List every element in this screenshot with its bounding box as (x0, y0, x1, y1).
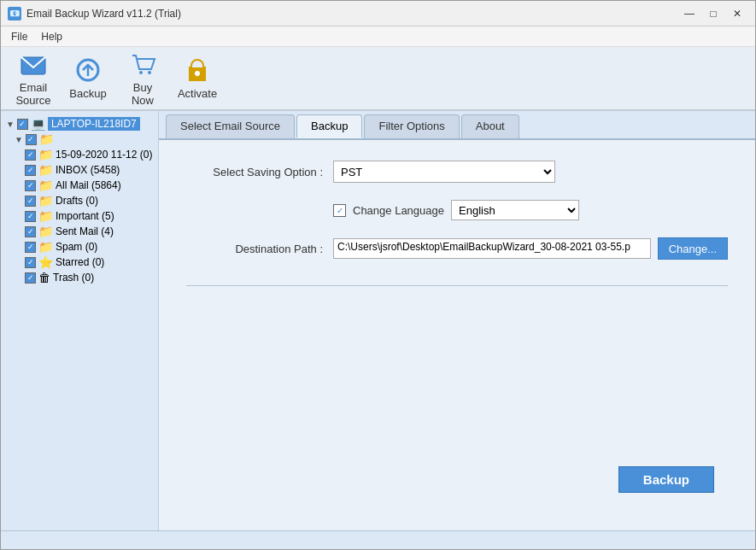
title-bar-left: 📧 Email Backup Wizard v11.2 (Trial) (8, 7, 181, 20)
backup-button[interactable]: Backup (618, 466, 714, 493)
sub-expand-icon: ▼ (15, 135, 23, 144)
language-select[interactable]: English French German Spanish (451, 200, 579, 220)
item-checkbox-2[interactable]: ✓ (25, 180, 36, 191)
minimize-button[interactable]: — (678, 5, 700, 22)
main-content: ▼ ✓ 💻 LAPTOP-IL218ID7 ▼ ✓ 📁 ✓ 📁 15-09-20… (1, 111, 755, 530)
item-checkbox-4[interactable]: ✓ (25, 211, 36, 222)
saving-option-control: PST MSG EML MBOX PDF HTML (333, 161, 728, 183)
item-label-0: 15-09-2020 11-12 (0) (56, 149, 152, 161)
saving-option-label: Select Saving Option : (186, 166, 323, 178)
list-item[interactable]: ✓ 📁 Spam (0) (4, 239, 155, 255)
saving-option-select[interactable]: PST MSG EML MBOX PDF HTML (333, 161, 555, 183)
sub-folder-icon: 📁 (39, 132, 54, 146)
item-label-6: Spam (0) (56, 241, 97, 253)
toolbar-buy-now-label: Buy Now (120, 81, 165, 107)
sidebar: ▼ ✓ 💻 LAPTOP-IL218ID7 ▼ ✓ 📁 ✓ 📁 15-09-20… (1, 111, 159, 530)
language-label: Change Language (353, 204, 444, 217)
item-checkbox-5[interactable]: ✓ (25, 226, 36, 237)
svg-point-3 (139, 71, 143, 74)
toolbar-backup-label: Backup (69, 87, 106, 100)
item-checkbox-1[interactable]: ✓ (25, 165, 36, 176)
list-item[interactable]: ✓ 📁 15-09-2020 11-12 (0) (4, 147, 155, 162)
tree-sub-root[interactable]: ▼ ✓ 📁 (4, 132, 155, 147)
list-item[interactable]: ✓ 📁 Drafts (0) (4, 193, 155, 208)
separator (186, 285, 728, 286)
title-bar: 📧 Email Backup Wizard v11.2 (Trial) — □ … (1, 1, 755, 26)
list-item[interactable]: ✓ ⭐ Starred (0) (4, 255, 155, 270)
backup-panel: Select Saving Option : PST MSG EML MBOX … (159, 140, 755, 530)
activate-icon (184, 56, 211, 84)
root-checkbox[interactable]: ✓ (17, 119, 28, 130)
tab-backup[interactable]: Backup (296, 114, 362, 138)
item-checkbox-6[interactable]: ✓ (25, 242, 36, 253)
title-controls: — □ ✕ (678, 5, 748, 22)
toolbar-email-source-label: Email Source (11, 81, 56, 107)
tab-about[interactable]: About (461, 114, 519, 138)
backup-icon (74, 56, 102, 84)
svg-point-4 (148, 71, 151, 74)
folder-icon-7: ⭐ (38, 255, 53, 269)
folder-icon-2: 📁 (38, 178, 53, 192)
saving-option-row: Select Saving Option : PST MSG EML MBOX … (186, 161, 728, 183)
tree-root[interactable]: ▼ ✓ 💻 LAPTOP-IL218ID7 (4, 116, 155, 132)
destination-path-row: Destination Path : C:\Users\jsrof\Deskto… (186, 237, 728, 260)
svg-point-6 (195, 71, 200, 76)
destination-path-label: Destination Path : (186, 243, 323, 255)
window-title: Email Backup Wizard v11.2 (Trial) (26, 8, 181, 20)
destination-path-control: C:\Users\jsrof\Desktop\EmailBackupWizard… (333, 237, 728, 260)
item-label-3: Drafts (0) (56, 195, 98, 207)
folder-icon-4: 📁 (38, 209, 53, 223)
list-item[interactable]: ✓ 📁 INBOX (5458) (4, 162, 155, 178)
menu-file[interactable]: File (4, 29, 34, 44)
language-control: ✓ Change Language English French German … (333, 200, 728, 220)
toolbar-buy-now[interactable]: Buy Now (117, 50, 168, 106)
tab-filter-options[interactable]: Filter Options (364, 114, 459, 138)
folder-icon-1: 📁 (38, 163, 53, 177)
toolbar-activate-label: Activate (178, 87, 217, 100)
item-label-1: INBOX (5458) (56, 164, 120, 176)
buy-now-icon (129, 50, 156, 78)
item-checkbox-0[interactable]: ✓ (25, 149, 36, 161)
list-item[interactable]: ✓ 🗑 Trash (0) (4, 270, 155, 285)
folder-icon-8: 🗑 (38, 271, 50, 284)
maximize-button[interactable]: □ (702, 5, 724, 22)
content-area: Select Email Source Backup Filter Option… (159, 111, 755, 530)
toolbar-email-source[interactable]: Email Source (8, 50, 59, 106)
item-label-7: Starred (0) (56, 256, 104, 268)
item-checkbox-8[interactable]: ✓ (25, 272, 36, 284)
toolbar-activate[interactable]: Activate (172, 50, 223, 106)
item-label-5: Sent Mail (4) (56, 225, 114, 237)
sub-checkbox[interactable]: ✓ (26, 134, 37, 145)
list-item[interactable]: ✓ 📁 Sent Mail (4) (4, 224, 155, 239)
close-button[interactable]: ✕ (726, 5, 748, 22)
change-path-button[interactable]: Change... (658, 237, 728, 260)
root-label: LAPTOP-IL218ID7 (48, 117, 140, 131)
item-label-8: Trash (0) (53, 272, 94, 284)
toolbar-backup[interactable]: Backup (62, 50, 114, 106)
folder-icon-0: 📁 (38, 148, 53, 161)
tab-select-email-source[interactable]: Select Email Source (166, 114, 295, 138)
item-label-4: Important (5) (56, 210, 114, 222)
status-bar (1, 530, 755, 549)
menu-bar: File Help (1, 26, 755, 47)
email-source-icon (20, 50, 47, 78)
root-folder-icon: 💻 (31, 117, 45, 131)
main-window: 📧 Email Backup Wizard v11.2 (Trial) — □ … (0, 0, 756, 550)
menu-help[interactable]: Help (34, 29, 69, 44)
destination-path-value: C:\Users\jsrof\Desktop\EmailBackupWizard… (333, 238, 651, 259)
tabs: Select Email Source Backup Filter Option… (159, 111, 755, 140)
item-label-2: All Mail (5864) (56, 179, 121, 191)
toolbar: Email Source Backup Buy Now (1, 47, 755, 111)
app-icon: 📧 (8, 7, 21, 20)
item-checkbox-7[interactable]: ✓ (25, 257, 36, 268)
folder-icon-6: 📁 (38, 240, 53, 254)
language-checkbox[interactable]: ✓ (333, 204, 346, 217)
backup-button-area: Backup (186, 466, 728, 510)
item-checkbox-3[interactable]: ✓ (25, 196, 36, 207)
folder-icon-5: 📁 (38, 225, 53, 238)
folder-icon-3: 📁 (38, 194, 53, 208)
list-item[interactable]: ✓ 📁 Important (5) (4, 208, 155, 224)
root-expand-icon: ▼ (6, 120, 15, 129)
language-row: ✓ Change Language English French German … (186, 200, 728, 220)
list-item[interactable]: ✓ 📁 All Mail (5864) (4, 178, 155, 193)
